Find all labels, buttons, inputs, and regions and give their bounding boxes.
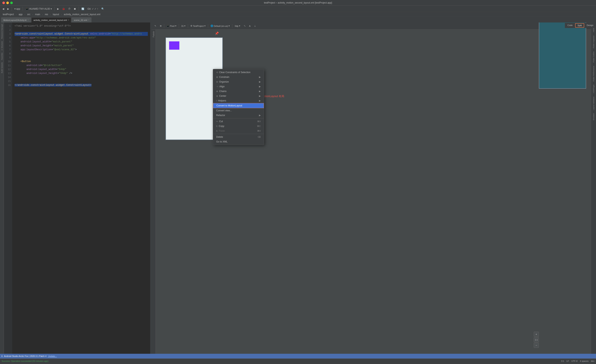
bc-project[interactable]: testProject bbox=[2, 13, 15, 16]
tool-arrow[interactable]: ↖ bbox=[153, 24, 157, 28]
status-encoding: UTF-8 bbox=[571, 360, 577, 362]
tool-pixel-dropdown[interactable]: 📱 Pixel ▾ bbox=[165, 24, 178, 28]
view-design-btn[interactable]: Design bbox=[585, 23, 596, 28]
toolbar-stop[interactable]: ⏹ bbox=[73, 7, 77, 11]
cm-chains[interactable]: ⊗Chains ▶ bbox=[213, 89, 264, 94]
toolbar-app-dropdown[interactable]: ▾ app bbox=[13, 7, 21, 11]
tool-text-size[interactable]: A bbox=[248, 24, 252, 28]
toolbar-sep-4 bbox=[79, 7, 79, 11]
sidebar-layout-validation[interactable]: Layout Validation bbox=[592, 95, 596, 111]
toolbar-search[interactable]: 🔍 bbox=[100, 7, 105, 11]
cm-paste-shortcut: ⌘V bbox=[257, 130, 261, 132]
sidebar-build-variants[interactable]: Build Variants bbox=[0, 61, 3, 74]
code-editor[interactable]: <?xml version="1.0" encoding="utf-8"?> <… bbox=[12, 22, 150, 354]
cm-align-arrow: ▶ bbox=[259, 85, 261, 88]
sidebar-asmplugin[interactable]: ASMPlugin bbox=[592, 83, 596, 95]
code-line-5: android:layout_width="match_parent" bbox=[15, 40, 148, 44]
cm-cut[interactable]: ✂Cut ⌘X bbox=[213, 119, 264, 124]
cm-cut-icon: ✂ bbox=[216, 120, 218, 123]
status-lf: LF bbox=[566, 360, 569, 362]
cm-convert-motionlayout[interactable]: Convert to MotionLayout bbox=[213, 103, 264, 108]
info-update-link[interactable]: Update... bbox=[48, 355, 57, 357]
view-code-btn[interactable]: Code bbox=[565, 23, 575, 28]
line-num-11: 11 bbox=[8, 63, 11, 67]
bc-res[interactable]: res bbox=[44, 13, 49, 16]
cm-delete-shortcut: ⌫ bbox=[258, 136, 261, 138]
cm-organize[interactable]: ⊟Organize ▶ bbox=[213, 79, 264, 84]
bc-file[interactable]: activity_motion_second_layout.xml bbox=[62, 13, 101, 16]
tab-close-1[interactable]: × bbox=[68, 19, 69, 21]
cm-organize-arrow: ▶ bbox=[259, 80, 261, 83]
cm-align[interactable]: ⊣Align ▶ bbox=[213, 84, 264, 89]
cm-chains-arrow: ▶ bbox=[259, 90, 261, 93]
bc-src[interactable]: src bbox=[26, 13, 31, 16]
cm-constrain[interactable]: ⊞Constrain ▶ bbox=[213, 75, 264, 79]
toolbar-debug[interactable]: 🐞 bbox=[61, 7, 66, 11]
line-num-10: 10 bbox=[8, 59, 11, 63]
toolbar-sync[interactable]: 🔄 bbox=[80, 7, 86, 11]
tab-close-0[interactable]: × bbox=[28, 19, 29, 21]
view-split-btn[interactable]: Split bbox=[575, 23, 584, 28]
tab-label-2: scene_02.xml bbox=[74, 19, 87, 21]
cm-refactor[interactable]: Refactor ▶ bbox=[213, 113, 264, 118]
code-line-2 bbox=[15, 28, 148, 32]
canvas-pin-icon: 📌 bbox=[215, 31, 219, 35]
tool-api-dropdown[interactable]: 31 ▾ bbox=[180, 24, 187, 28]
cm-copy[interactable]: ⎘Copy ⌘C bbox=[213, 124, 264, 128]
tab-activity-second[interactable]: activity_motion_second_layout.xml × bbox=[31, 17, 71, 22]
cm-center[interactable]: ⊕Center ▶ bbox=[213, 94, 264, 98]
toolbar-back[interactable]: ◀ bbox=[1, 7, 5, 11]
tab-motionlayout2[interactable]: MotionLayout2Activity.kt × bbox=[1, 17, 31, 22]
toolbar-forward[interactable]: ▶ bbox=[6, 7, 10, 11]
minimize-button[interactable] bbox=[6, 2, 9, 4]
cm-cut-shortcut: ⌘X bbox=[257, 120, 261, 123]
sidebar-flutter-performance[interactable]: Flutter Performance bbox=[592, 64, 596, 83]
cm-helpers[interactable]: IHelpers ▶ bbox=[213, 98, 264, 103]
sidebar-structure[interactable]: 2: Structure bbox=[0, 40, 3, 52]
toolbar-profile[interactable]: ⏱ bbox=[67, 7, 72, 11]
sidebar-emulator[interactable]: Emulator bbox=[592, 111, 596, 122]
right-sidebar: Attributes Flutter Inspector Flutter Out… bbox=[591, 22, 596, 354]
fullscreen-button[interactable] bbox=[10, 2, 13, 4]
bc-main[interactable]: main bbox=[34, 13, 41, 16]
tab-bar: MotionLayout2Activity.kt × activity_moti… bbox=[0, 16, 596, 22]
tool-offset-dropdown[interactable]: 0dp ▾ bbox=[234, 24, 241, 28]
toolbar-git[interactable]: Git: ✓ ✓ ↑ bbox=[86, 7, 99, 11]
view-switcher: Code Split Design bbox=[565, 23, 596, 28]
tab-scene02[interactable]: scene_02.xml × bbox=[72, 17, 91, 22]
zoom-in-btn[interactable]: + bbox=[534, 332, 539, 337]
tool-baseline[interactable]: ⊥ bbox=[253, 24, 257, 28]
cm-convert-view[interactable]: Convert view... bbox=[213, 108, 264, 113]
bc-app[interactable]: app bbox=[17, 13, 24, 16]
toolbar-device[interactable]: 📱 HUAWEI TNY-AL00 ▾ bbox=[24, 7, 53, 11]
sidebar-flutter-outline[interactable]: Flutter Outline bbox=[592, 50, 596, 64]
zoom-out-btn[interactable]: − bbox=[534, 343, 539, 348]
sidebar-favorites[interactable]: Favorites bbox=[0, 52, 3, 61]
tool-crosshair[interactable]: ⊕ bbox=[159, 24, 163, 28]
palette-label[interactable]: Palette bbox=[153, 30, 155, 39]
toolbar-sep-3 bbox=[54, 7, 55, 11]
toolbar-run[interactable]: ▶ bbox=[56, 7, 60, 11]
tool-scale[interactable]: ⤡ bbox=[243, 24, 247, 28]
tool-sep-1 bbox=[164, 24, 164, 28]
close-button[interactable] bbox=[2, 2, 5, 4]
status-indent: 4 spaces bbox=[580, 360, 589, 362]
sidebar-flutter-inspector[interactable]: Flutter Inspector bbox=[592, 34, 596, 50]
sidebar-resource-manager[interactable]: Resource Manager bbox=[0, 22, 3, 40]
tab-label-0: MotionLayout2Activity.kt bbox=[3, 19, 27, 21]
cm-delete[interactable]: Delete ⌫ bbox=[213, 135, 264, 139]
tool-locale-dropdown[interactable]: 🌐 Default (en-us) ▾ bbox=[209, 24, 231, 28]
bc-layout[interactable]: layout bbox=[52, 13, 60, 16]
cm-paste: ⎗Paste ⌘V bbox=[213, 128, 264, 133]
breadcrumb: testProject › app › src › main › res › l… bbox=[0, 12, 596, 16]
tool-project-dropdown[interactable]: ⚙ TestProject ▾ bbox=[189, 24, 207, 28]
cm-clear-constraints[interactable]: ⟲Clear Constraints of Selection bbox=[213, 70, 264, 75]
code-line-14 bbox=[15, 75, 148, 79]
main-area: Resource Manager 2: Structure Favorites … bbox=[0, 22, 596, 354]
cm-goto-xml[interactable]: Go to XML bbox=[213, 139, 264, 144]
zoom-reset-btn[interactable]: 1:1 bbox=[534, 337, 539, 342]
device-canvas[interactable]: 📌 ⟲Clear Constraints of Selection ⊞Const… bbox=[156, 30, 592, 354]
vertical-splitter[interactable] bbox=[150, 22, 152, 354]
tab-close-2[interactable]: × bbox=[88, 19, 89, 21]
purple-widget bbox=[169, 41, 179, 50]
